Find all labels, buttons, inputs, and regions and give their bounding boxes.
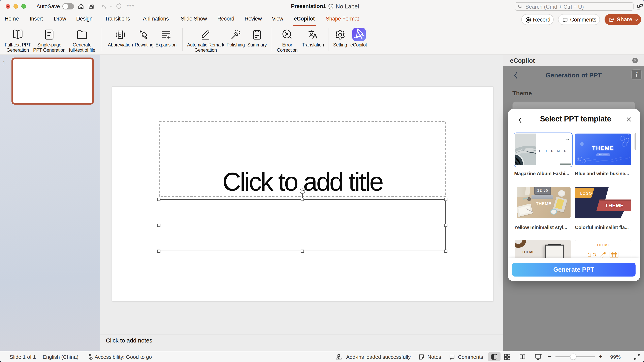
svg-text:THEME: THEME <box>605 203 624 208</box>
svg-text:?: ? <box>330 5 332 8</box>
svg-text:LOGO: LOGO <box>580 191 592 195</box>
